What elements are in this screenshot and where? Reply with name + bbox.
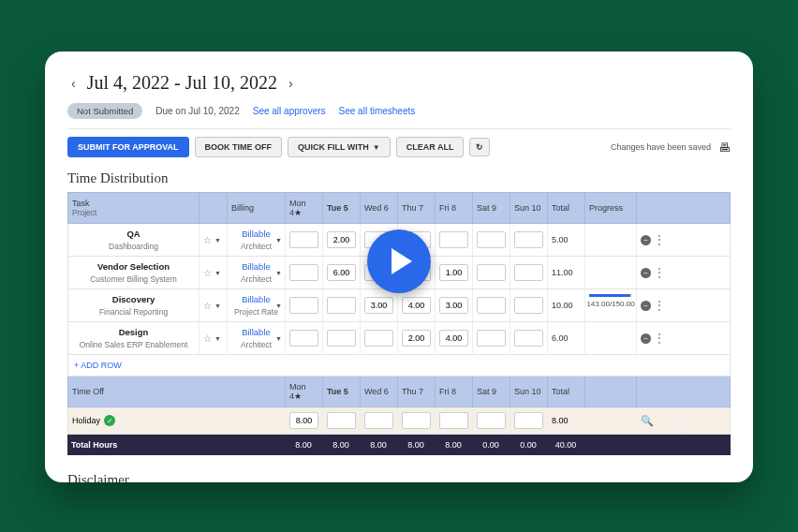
hours-input[interactable] bbox=[364, 297, 393, 314]
task-name: QA bbox=[126, 229, 140, 239]
add-row-button[interactable]: + ADD ROW bbox=[67, 355, 731, 377]
search-icon[interactable]: 🔍 bbox=[641, 415, 654, 427]
favorite-star-icon[interactable]: ☆ bbox=[203, 268, 212, 278]
hours-input[interactable] bbox=[364, 330, 393, 347]
hours-input[interactable] bbox=[289, 297, 318, 314]
row-total: 5.00 bbox=[548, 224, 585, 256]
timeoff-input-wed[interactable] bbox=[364, 412, 393, 429]
book-time-off-button[interactable]: BOOK TIME OFF bbox=[195, 137, 283, 157]
task-menu-caret[interactable]: ▼ bbox=[214, 303, 221, 309]
submit-button[interactable]: SUBMIT FOR APPROVAL bbox=[67, 137, 189, 157]
project-name: Customer Billing System bbox=[90, 274, 177, 284]
favorite-star-icon[interactable]: ☆ bbox=[203, 301, 212, 311]
hours-input[interactable] bbox=[289, 330, 318, 347]
hours-input[interactable] bbox=[514, 297, 543, 314]
hours-input[interactable] bbox=[327, 231, 356, 248]
col-sat: Sat 9 bbox=[473, 193, 510, 223]
row-menu-icon[interactable]: ⋮ bbox=[654, 236, 665, 244]
caret-down-icon: ▼ bbox=[373, 143, 380, 152]
billing-type[interactable]: Billable bbox=[242, 327, 271, 337]
hours-input[interactable] bbox=[477, 264, 506, 281]
hours-input[interactable] bbox=[402, 330, 431, 347]
prev-week-button[interactable]: ‹ bbox=[67, 74, 80, 93]
billing-caret-icon[interactable]: ▼ bbox=[275, 303, 282, 309]
timeoff-input-thu[interactable] bbox=[402, 412, 431, 429]
col-wed: Wed 6 bbox=[361, 193, 398, 223]
status-row: Not Submitted Due on Jul 10, 2022 See al… bbox=[67, 103, 731, 119]
billing-caret-icon[interactable]: ▼ bbox=[275, 237, 282, 244]
remove-row-icon[interactable]: − bbox=[641, 268, 651, 278]
totals-row: Total Hours 8.00 8.00 8.00 8.00 8.00 0.0… bbox=[67, 435, 731, 455]
task-menu-caret[interactable]: ▼ bbox=[214, 237, 221, 244]
timeoff-input-tue[interactable] bbox=[327, 412, 356, 429]
timeoff-input-fri[interactable] bbox=[439, 412, 468, 429]
header-row: Task Project Billing Mon 4★ Tue 5 Wed 6 … bbox=[67, 192, 731, 224]
task-menu-caret[interactable]: ▼ bbox=[214, 270, 221, 276]
hours-input[interactable] bbox=[477, 297, 506, 314]
favorite-star-icon[interactable]: ☆ bbox=[203, 235, 212, 245]
hours-input[interactable] bbox=[477, 330, 506, 347]
hours-input[interactable] bbox=[514, 264, 543, 281]
status-badge: Not Submitted bbox=[67, 103, 142, 119]
col-total: Total bbox=[548, 193, 585, 223]
hours-input[interactable] bbox=[327, 297, 356, 314]
hours-input[interactable] bbox=[402, 297, 431, 314]
hours-input[interactable] bbox=[514, 231, 543, 248]
section-time-distribution: Time Distribution bbox=[67, 167, 731, 192]
billing-caret-icon[interactable]: ▼ bbox=[275, 335, 282, 342]
hours-input[interactable] bbox=[439, 330, 468, 347]
hours-input[interactable] bbox=[439, 264, 468, 281]
print-icon[interactable]: 🖶 bbox=[718, 140, 731, 155]
progress-cell bbox=[585, 224, 637, 256]
star-icon: ★ bbox=[294, 208, 302, 217]
toolbar: SUBMIT FOR APPROVAL BOOK TIME OFF QUICK … bbox=[67, 128, 731, 167]
remove-row-icon[interactable]: − bbox=[641, 333, 651, 344]
billing-type[interactable]: Billable bbox=[242, 294, 271, 304]
col-task: Task Project bbox=[68, 193, 200, 223]
billing-role: Project Rate bbox=[234, 307, 278, 317]
hours-input[interactable] bbox=[477, 231, 506, 248]
col-fri: Fri 8 bbox=[436, 193, 473, 223]
col-star-toggle bbox=[200, 193, 228, 223]
col-tue: Tue 5 bbox=[323, 193, 361, 223]
clear-all-button[interactable]: CLEAR ALL bbox=[396, 137, 465, 157]
billing-caret-icon[interactable]: ▼ bbox=[275, 270, 282, 276]
see-timesheets-link[interactable]: See all timesheets bbox=[339, 106, 416, 116]
play-button[interactable] bbox=[367, 229, 431, 293]
see-approvers-link[interactable]: See all approvers bbox=[253, 106, 326, 116]
refresh-button[interactable]: ↻ bbox=[469, 138, 490, 156]
hours-input[interactable] bbox=[289, 231, 318, 248]
project-name: Online Sales ERP Enablement bbox=[80, 340, 188, 349]
task-name: Discovery bbox=[112, 294, 155, 304]
remove-row-icon[interactable]: − bbox=[641, 235, 651, 245]
remove-row-icon[interactable]: − bbox=[641, 301, 651, 311]
timeoff-label: Time Off bbox=[68, 377, 286, 406]
hours-input[interactable] bbox=[327, 264, 356, 281]
timeoff-input-sat[interactable] bbox=[477, 412, 506, 429]
timeoff-input-mon[interactable] bbox=[289, 412, 318, 429]
billing-type[interactable]: Billable bbox=[242, 229, 271, 239]
hours-input[interactable] bbox=[289, 264, 318, 281]
hours-input[interactable] bbox=[327, 330, 356, 347]
row-menu-icon[interactable]: ⋮ bbox=[654, 269, 665, 276]
row-menu-icon[interactable]: ⋮ bbox=[654, 334, 665, 342]
hours-input[interactable] bbox=[439, 297, 468, 314]
billing-role: Architect bbox=[241, 274, 272, 284]
task-name: Design bbox=[119, 327, 149, 337]
progress-cell bbox=[585, 257, 637, 288]
timeoff-input-sun[interactable] bbox=[514, 412, 543, 429]
task-menu-caret[interactable]: ▼ bbox=[214, 335, 221, 342]
billing-role: Architect bbox=[241, 242, 272, 251]
quick-fill-button[interactable]: QUICK FILL WITH ▼ bbox=[288, 137, 391, 157]
billing-type[interactable]: Billable bbox=[242, 261, 271, 272]
hours-input[interactable] bbox=[514, 330, 543, 347]
task-row: Discovery Financial Reporting ☆ ▼ Billab… bbox=[67, 289, 731, 322]
quick-fill-label: QUICK FILL WITH bbox=[298, 142, 369, 152]
totals-label: Total Hours bbox=[67, 435, 285, 455]
hours-input[interactable] bbox=[439, 231, 468, 248]
row-menu-icon[interactable]: ⋮ bbox=[654, 302, 665, 309]
due-text: Due on Jul 10, 2022 bbox=[155, 106, 240, 116]
favorite-star-icon[interactable]: ☆ bbox=[203, 333, 212, 344]
next-week-button[interactable]: › bbox=[285, 74, 297, 93]
col-actions bbox=[637, 193, 684, 223]
